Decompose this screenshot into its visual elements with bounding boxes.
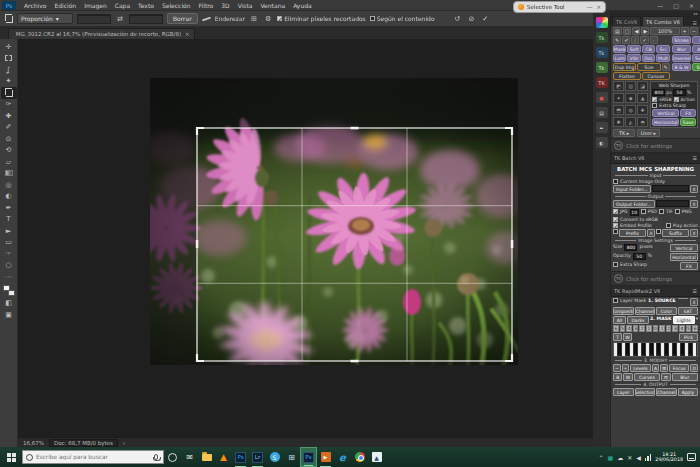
menu-texto[interactable]: Texto (134, 0, 158, 11)
adjustments-panel-icon[interactable]: ◐ (596, 137, 608, 148)
modify-minus-button[interactable]: − (613, 364, 621, 372)
taskbar-search[interactable] (22, 450, 164, 464)
pen-tool[interactable]: ✒ (1, 202, 17, 214)
output-apply-button[interactable]: Apply (678, 388, 699, 396)
canvas-button[interactable]: Canvas (642, 72, 670, 80)
screen-mode-button[interactable]: ▣ (1, 309, 17, 321)
delete-cropped-pixels-checkbox[interactable] (277, 16, 282, 21)
tk-batch-menu-icon[interactable]: ☰ (693, 155, 697, 161)
brush-tool[interactable]: ✐ (1, 122, 17, 134)
file-icon[interactable]: ▢ (623, 27, 632, 35)
zone-button[interactable]: 4 (626, 325, 632, 332)
zone-button[interactable]: 1 (659, 325, 665, 332)
taskbar-app-edge[interactable]: e (334, 447, 351, 467)
ws-save-button[interactable]: Save (680, 118, 696, 126)
tk-rapidmask-header[interactable]: TK RapidMask2 V6 ☰ (611, 286, 700, 297)
output-folder-button[interactable]: Output Folder... (613, 200, 655, 208)
ws-extra-sharp-checkbox[interactable] (652, 103, 657, 108)
type-tool[interactable]: T (1, 214, 17, 226)
taskbar-app-lightroom[interactable]: Lr (249, 447, 266, 467)
thumb-button[interactable]: ◍ (625, 105, 636, 115)
clone-stamp-tool[interactable]: ⊙ (1, 133, 17, 145)
soft-button[interactable]: Soft (627, 45, 640, 53)
zoom-tool[interactable]: ○ (1, 260, 17, 272)
psd-checkbox[interactable] (641, 209, 646, 214)
overlay-grid-icon[interactable]: ⊞ (249, 15, 259, 23)
start-button[interactable] (0, 447, 22, 467)
zone-button[interactable]: 1 (646, 325, 652, 332)
source-clear-button[interactable]: X (690, 298, 698, 306)
folder-icon[interactable]: ▤ (613, 27, 622, 35)
minimize-button[interactable]: — (657, 2, 663, 9)
brush-black-button[interactable]: ✎ (613, 36, 621, 44)
thumb-button[interactable]: ✱ (613, 117, 624, 127)
ws-horizontal-button[interactable]: Horizontal (652, 118, 679, 126)
taskbar-clock[interactable]: 14:21 29/06/2018 (655, 452, 683, 463)
thumb-button[interactable]: ✦ (613, 93, 624, 103)
maximize-button[interactable]: ▢ (673, 2, 679, 9)
modify-a-button[interactable]: A (652, 364, 660, 372)
straighten-button[interactable]: Enderezar (215, 15, 245, 22)
color-button[interactable]: Color (656, 307, 677, 315)
selective-tool-minimize[interactable]: — (587, 4, 593, 10)
acr-button[interactable]: ACR (692, 45, 700, 53)
lights-caret-icon[interactable]: ▾ (696, 316, 698, 324)
action-center-icon[interactable] (687, 453, 696, 461)
reset-crop-icon[interactable]: ↺ (453, 15, 463, 23)
zone-button[interactable]: 5 (686, 325, 692, 332)
zone-button[interactable]: 3 (633, 325, 639, 332)
output-selection-button[interactable]: Selection (635, 388, 656, 396)
sat-button[interactable]: SAT (678, 307, 699, 315)
quick-selection-tool[interactable]: ✦ (1, 76, 17, 88)
taskbar-app-mail[interactable]: ✉ (181, 447, 198, 467)
tab-tk-cov6[interactable]: TK CoV6 (612, 16, 641, 26)
thumb-button[interactable]: ▨ (625, 81, 636, 91)
taskbar-app-skype[interactable]: S (266, 447, 283, 467)
menu-ayuda[interactable]: Ayuda (289, 0, 316, 11)
lasso-tool[interactable]: ʆ (1, 64, 17, 76)
commit-crop-icon[interactable]: ✓ (480, 15, 490, 23)
ws-srgb-checkbox[interactable] (652, 97, 657, 102)
prefix-field[interactable]: Prefix (619, 229, 646, 237)
zone-piano-keys[interactable] (613, 342, 698, 357)
user-menu-button[interactable]: User ▸ (637, 129, 659, 137)
w-button[interactable]: W (623, 333, 632, 341)
pen-mini-icon[interactable]: ✎ (662, 63, 670, 71)
crop-box[interactable] (197, 128, 512, 361)
dodge-tool[interactable]: ◐ (1, 191, 17, 203)
taskbar-app-chrome[interactable] (351, 447, 368, 467)
eraser-tool[interactable]: ▱ (1, 156, 17, 168)
ws-fx-button[interactable]: FX (680, 109, 696, 117)
document-tab-close-icon[interactable]: × (185, 31, 190, 37)
shape-tool[interactable]: ▭ (1, 237, 17, 249)
status-arrow-icon[interactable]: › (123, 440, 125, 446)
save-button[interactable]: Save (692, 63, 700, 71)
modify-plus-button[interactable]: + (622, 364, 630, 372)
zoom-in-button[interactable]: + (681, 27, 689, 35)
current-image-only-checkbox[interactable] (613, 179, 618, 184)
tk-menu-button[interactable]: TK ▸ (613, 129, 635, 137)
taskbar-app-photoshop[interactable]: Ps (232, 447, 249, 467)
close-button[interactable]: × (689, 2, 694, 9)
size-field[interactable]: 800 (624, 244, 637, 251)
gradient-tool[interactable] (1, 168, 17, 180)
next-icon[interactable]: ▶ (641, 27, 649, 35)
tk-panel-icon-3[interactable]: Tk (596, 62, 608, 73)
gear-icon[interactable]: ⚙ (263, 15, 273, 23)
zone-button[interactable]: 2 (666, 325, 672, 332)
menu-imagen[interactable]: Imagen (80, 0, 111, 11)
modify-box-button[interactable]: ⊟ (661, 373, 670, 381)
input-folder-button[interactable]: Input Folder... (613, 185, 651, 193)
zone-button[interactable]: 4 (679, 325, 685, 332)
content-aware-option[interactable]: Según el contenido (370, 15, 435, 22)
dxl-button[interactable]: DxL (642, 54, 655, 62)
tk-panel-icon-1[interactable]: Tk (596, 32, 608, 43)
size-button[interactable]: Size (637, 63, 660, 71)
thumb-button[interactable]: ▲ (637, 93, 648, 103)
prefix-clear-button[interactable]: X (647, 229, 655, 237)
tray-x-icon[interactable]: ✕ (627, 454, 632, 461)
taskbar-app-photos[interactable]: ▲ (368, 447, 385, 467)
move-tool[interactable]: ✛ (1, 41, 17, 53)
brush-green-button[interactable]: ∕ (631, 36, 639, 44)
zone-button[interactable]: 0 (653, 325, 659, 332)
